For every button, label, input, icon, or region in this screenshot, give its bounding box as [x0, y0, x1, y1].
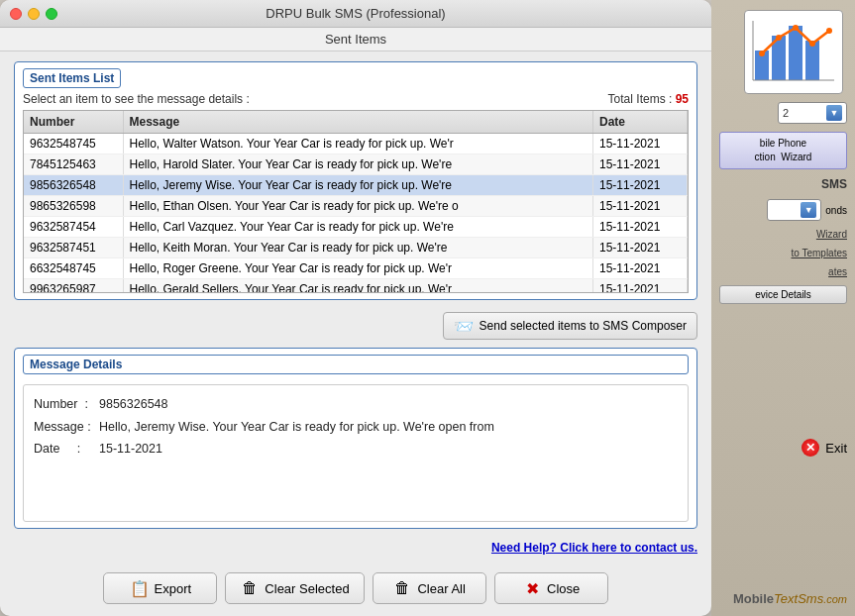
export-icon: 📋 [130, 579, 150, 597]
help-row: Need Help? Click here to contact us. [14, 541, 697, 555]
svg-point-8 [826, 28, 832, 34]
col-header-number: Number [24, 111, 123, 134]
cell-message: Hello, Keith Moran. Your Year Car is rea… [123, 238, 593, 258]
cell-number: 6632548745 [24, 258, 123, 279]
cell-number: 9856326548 [24, 175, 123, 196]
sent-items-header-row: Select an item to see the message detail… [23, 92, 689, 106]
close-label: Close [547, 581, 580, 596]
brand-watermark: MobileTextSms.com [733, 591, 847, 606]
device-details-button[interactable]: evice Details [719, 285, 847, 304]
rates-link[interactable]: ates [828, 266, 847, 277]
message-details-section: Message Details Number : 9856326548 Mess… [14, 348, 697, 529]
help-link[interactable]: Need Help? Click here to contact us. [491, 541, 697, 555]
cell-message: Hello, Ethan Olsen. Your Year Car is rea… [123, 196, 593, 217]
table-row[interactable]: 6632548745Hello, Roger Greene. Your Year… [24, 258, 688, 279]
cell-date: 15-11-2021 [593, 258, 688, 279]
table-row[interactable]: 7845125463Hello, Harold Slater. Your Yea… [24, 154, 688, 175]
dropdown-arrow-icon[interactable]: ▼ [826, 105, 842, 121]
send-composer-icon: 📨 [454, 317, 474, 335]
send-composer-label: Send selected items to SMS Composer [480, 319, 687, 333]
cell-message: Hello, Harold Slater. Your Year Car is r… [123, 154, 593, 175]
send-composer-row: 📨 Send selected items to SMS Composer [14, 312, 697, 340]
col-header-message: Message [123, 111, 593, 134]
detail-number-label: Number : [34, 393, 95, 416]
sidebar-seconds-dropdown[interactable]: ▼ [767, 199, 821, 221]
table-row[interactable]: 9632587454Hello, Carl Vazquez. Your Year… [24, 217, 688, 238]
brand-mobile-label: Mobile [733, 591, 774, 606]
table-row[interactable]: 9865326598Hello, Ethan Olsen. Your Year … [24, 196, 688, 217]
exit-label: Exit [825, 441, 847, 456]
device-details-label: evice Details [755, 289, 811, 300]
cell-message: Hello, Roger Greene. Your Year Car is re… [123, 258, 593, 279]
close-traffic-light[interactable] [10, 8, 22, 20]
close-button[interactable]: ✖ Close [494, 572, 608, 604]
seconds-label: onds [825, 205, 847, 216]
sidebar: 2 ▼ bile Phonection Wizard SMS ▼ onds Wi… [711, 0, 855, 616]
exit-icon: ✕ [802, 439, 819, 457]
detail-date-value: 15-11-2021 [99, 438, 162, 461]
exit-button[interactable]: ✕ Exit [802, 439, 847, 457]
sidebar-sms-row: SMS [719, 177, 847, 191]
cell-number: 9865326598 [24, 196, 123, 217]
bottom-buttons: 📋 Export 🗑 Clear Selected 🗑 Clear All ✖ … [0, 565, 711, 616]
total-count: 95 [676, 92, 689, 106]
cell-date: 15-11-2021 [593, 196, 688, 217]
traffic-lights [10, 8, 57, 20]
sms-label: SMS [821, 177, 847, 191]
table-row[interactable]: 9856326548Hello, Jeremy Wise. Your Year … [24, 175, 688, 196]
total-items-label: Total Items : 95 [608, 92, 689, 106]
maximize-traffic-light[interactable] [46, 8, 57, 20]
detail-message-label: Message : [34, 416, 95, 439]
clear-all-button[interactable]: 🗑 Clear All [373, 572, 486, 604]
window-content: Sent Items List Select an item to see th… [0, 51, 711, 565]
app-title: DRPU Bulk SMS (Professional) [266, 6, 445, 21]
window-subtitle: Sent Items [0, 28, 711, 51]
col-header-date: Date [593, 111, 688, 134]
clear-selected-label: Clear Selected [265, 581, 349, 596]
cell-number: 9963265987 [24, 279, 123, 294]
detail-number-value: 9856326548 [99, 393, 168, 416]
detail-message-row: Message : Hello, Jeremy Wise. Your Year … [34, 416, 678, 439]
chart-svg [750, 16, 837, 89]
cell-date: 15-11-2021 [593, 154, 688, 175]
cell-date: 15-11-2021 [593, 238, 688, 258]
minimize-traffic-light[interactable] [28, 8, 40, 20]
clear-all-label: Clear All [417, 581, 465, 596]
sidebar-seconds-row: ▼ onds [719, 199, 847, 221]
detail-message-value: Hello, Jeremy Wise. Your Year Car is rea… [99, 416, 494, 439]
select-prompt: Select an item to see the message detail… [23, 92, 250, 106]
send-composer-button[interactable]: 📨 Send selected items to SMS Composer [443, 312, 697, 340]
export-button[interactable]: 📋 Export [103, 572, 217, 604]
table-header-row: Number Message Date [24, 111, 688, 134]
sms-table-wrapper[interactable]: Number Message Date 9632548745Hello, Wal… [23, 110, 689, 293]
clear-selected-button[interactable]: 🗑 Clear Selected [225, 572, 364, 604]
title-bar: DRPU Bulk SMS (Professional) [0, 0, 711, 28]
cell-message: Hello, Gerald Sellers. Your Year Car is … [123, 279, 593, 294]
wizard-link[interactable]: Wizard [816, 229, 847, 240]
table-row[interactable]: 9963265987Hello, Gerald Sellers. Your Ye… [24, 279, 688, 294]
cell-message: Hello, Jeremy Wise. Your Year Car is rea… [123, 175, 593, 196]
table-row[interactable]: 9632548745Hello, Walter Watson. Your Yea… [24, 134, 688, 154]
detail-date-row: Date : 15-11-2021 [34, 438, 678, 461]
templates-link[interactable]: to Templates [791, 248, 847, 258]
sent-items-section: Sent Items List Select an item to see th… [14, 61, 697, 300]
sent-items-label: Sent Items List [23, 68, 121, 88]
cell-number: 9632587454 [24, 217, 123, 238]
export-label: Export [155, 581, 192, 596]
table-row[interactable]: 9632587451Hello, Keith Moran. Your Year … [24, 238, 688, 258]
sidebar-rates-row: ates [719, 266, 847, 277]
details-content: Number : 9856326548 Message : Hello, Jer… [23, 384, 689, 522]
svg-point-7 [809, 41, 815, 47]
seconds-dropdown-arrow[interactable]: ▼ [801, 202, 816, 218]
cell-message: Hello, Walter Watson. Your Year Car is r… [123, 134, 593, 154]
sidebar-dropdown[interactable]: 2 ▼ [778, 102, 847, 124]
sms-table-body[interactable]: 9632548745Hello, Walter Watson. Your Yea… [24, 134, 688, 294]
cell-number: 9632548745 [24, 134, 123, 154]
svg-point-5 [776, 35, 782, 41]
sidebar-wizard-button[interactable]: bile Phonection Wizard [719, 132, 847, 169]
detail-number-row: Number : 9856326548 [34, 393, 678, 416]
cell-number: 9632587451 [24, 238, 123, 258]
clear-all-icon: 🗑 [392, 579, 412, 597]
sms-table: Number Message Date 9632548745Hello, Wal… [24, 111, 688, 293]
cell-date: 15-11-2021 [593, 217, 688, 238]
